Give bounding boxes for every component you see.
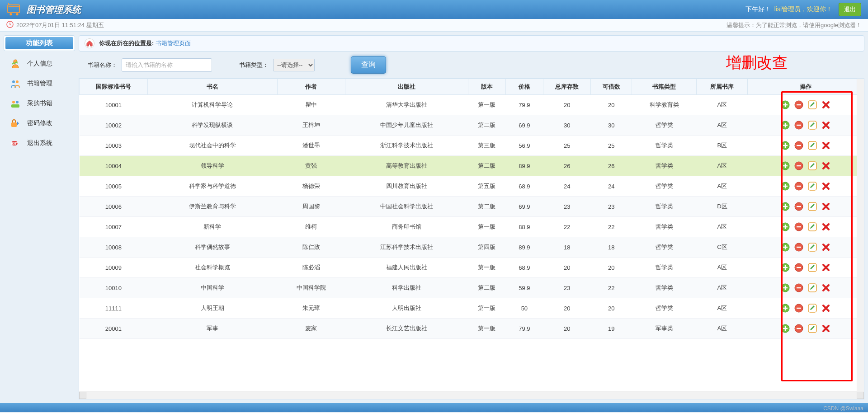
col-header: 书籍类型	[632, 79, 696, 95]
delete-icon[interactable]	[821, 161, 831, 171]
edit-icon[interactable]	[807, 161, 817, 171]
table-cell: 20001	[80, 319, 148, 339]
remove-icon[interactable]	[794, 181, 804, 191]
table-row[interactable]: 10006伊斯兰教育与科学周国黎中国社会科学出版社第二版69.92323哲学类D…	[80, 197, 864, 217]
table-cell: 30	[591, 115, 632, 136]
sidebar-icon-4: EXIT	[10, 138, 21, 149]
delete-icon[interactable]	[821, 120, 831, 130]
sidebar-item-0[interactable]: 个人信息	[4, 54, 75, 74]
table-row[interactable]: 10003现代社会中的科学潘世墨浙江科学技术出版社第三版56.92525哲学类B…	[80, 136, 864, 156]
add-icon[interactable]	[780, 141, 790, 150]
delete-icon[interactable]	[821, 222, 831, 232]
table-cell: 20	[543, 258, 591, 278]
delete-icon[interactable]	[821, 303, 831, 313]
breadcrumb-link[interactable]: 书籍管理页面	[156, 40, 191, 47]
table-cell: 商务印书馆	[345, 217, 468, 237]
table-cell: 68.9	[505, 176, 543, 197]
table-row[interactable]: 10009社会科学概览陈必滔福建人民出版社第一版68.92020哲学类A区	[80, 258, 864, 278]
add-icon[interactable]	[780, 202, 790, 211]
add-icon[interactable]	[780, 263, 790, 272]
col-header: 操作	[748, 79, 864, 95]
book-name-input[interactable]	[122, 58, 212, 72]
table-row[interactable]: 10005科学家与科学道德杨德荣四川教育出版社第五版68.92424哲学类A区	[80, 176, 864, 197]
table-row[interactable]: 20001军事麦家长江文艺出版社第一版79.92019军事类A区	[80, 319, 864, 339]
table-cell: C区	[697, 237, 748, 258]
remove-icon[interactable]	[794, 303, 804, 313]
delete-icon[interactable]	[821, 141, 831, 150]
add-icon[interactable]	[780, 283, 790, 293]
remove-icon[interactable]	[794, 120, 804, 130]
remove-icon[interactable]	[794, 324, 804, 333]
edit-icon[interactable]	[807, 263, 817, 272]
table-cell: 50	[505, 298, 543, 319]
table-cell: D区	[697, 197, 748, 217]
remove-icon[interactable]	[794, 161, 804, 171]
edit-icon[interactable]	[807, 181, 817, 191]
search-button[interactable]: 查询	[351, 56, 386, 74]
table-cell: 22	[591, 278, 632, 298]
edit-icon[interactable]	[807, 303, 817, 313]
table-cell: 89.9	[505, 237, 543, 258]
add-icon[interactable]	[780, 324, 790, 333]
edit-icon[interactable]	[807, 202, 817, 211]
remove-icon[interactable]	[794, 242, 804, 252]
delete-icon[interactable]	[821, 263, 831, 272]
vertical-scrollbar[interactable]	[857, 79, 864, 391]
add-icon[interactable]	[780, 161, 790, 171]
svg-point-2	[16, 13, 18, 15]
remove-icon[interactable]	[794, 202, 804, 211]
table-row[interactable]: 10004领导科学黄强高等教育出版社第二版89.92626哲学类A区	[80, 156, 864, 176]
table-cell: 20	[543, 95, 591, 115]
remove-icon[interactable]	[794, 263, 804, 272]
add-icon[interactable]	[780, 222, 790, 232]
remove-icon[interactable]	[794, 283, 804, 293]
delete-icon[interactable]	[821, 283, 831, 293]
table-cell: 第五版	[468, 176, 505, 197]
add-icon[interactable]	[780, 100, 790, 110]
sidebar-item-2[interactable]: 采购书籍	[4, 94, 75, 113]
table-cell: 56.9	[505, 136, 543, 156]
table-row[interactable]: 10002科学发现纵横谈王梓坤中国少年儿童出版社第二版69.93030哲学类A区	[80, 115, 864, 136]
edit-icon[interactable]	[807, 120, 817, 130]
sidebar-item-1[interactable]: 书籍管理	[4, 74, 75, 94]
table-row[interactable]: 10007新科学维柯商务印书馆第一版88.92222哲学类A区	[80, 217, 864, 237]
edit-icon[interactable]	[807, 324, 817, 333]
delete-icon[interactable]	[821, 100, 831, 110]
svg-point-6	[12, 101, 15, 103]
table-cell: 哲学类	[632, 298, 696, 319]
table-row[interactable]: 10008科学偶然故事陈仁政江苏科学技术出版社第四版89.91818哲学类C区	[80, 237, 864, 258]
op-cell	[748, 197, 864, 217]
edit-icon[interactable]	[807, 283, 817, 293]
table-row[interactable]: 10010中国科学中国科学院科学出版社第二版59.92322哲学类A区	[80, 278, 864, 298]
sidebar-item-3[interactable]: 密码修改	[4, 113, 75, 133]
book-type-select[interactable]: --请选择--	[273, 59, 315, 71]
delete-icon[interactable]	[821, 181, 831, 191]
add-icon[interactable]	[780, 120, 790, 130]
edit-icon[interactable]	[807, 242, 817, 252]
user-label: lisi管理员，欢迎你！	[774, 5, 832, 14]
add-icon[interactable]	[780, 181, 790, 191]
add-icon[interactable]	[780, 242, 790, 252]
edit-icon[interactable]	[807, 222, 817, 232]
edit-icon[interactable]	[807, 100, 817, 110]
edit-icon[interactable]	[807, 141, 817, 150]
table-cell: 第一版	[468, 258, 505, 278]
table-row[interactable]: 11111大明王朝朱元璋大明出版社第一版502020哲学类A区	[80, 298, 864, 319]
remove-icon[interactable]	[794, 141, 804, 150]
delete-icon[interactable]	[821, 202, 831, 211]
remove-icon[interactable]	[794, 222, 804, 232]
remove-icon[interactable]	[794, 100, 804, 110]
horizontal-scrollbar[interactable]	[79, 391, 864, 399]
delete-icon[interactable]	[821, 324, 831, 333]
table-row[interactable]: 10001计算机科学导论瞿中清华大学出版社第一版79.92020科学教育类A区	[80, 95, 864, 115]
home-icon[interactable]	[85, 38, 94, 48]
logout-button[interactable]: 退出	[839, 3, 861, 16]
table-cell: 24	[591, 176, 632, 197]
table-cell: 大明王朝	[147, 298, 277, 319]
delete-icon[interactable]	[821, 242, 831, 252]
sidebar-item-4[interactable]: EXIT退出系统	[4, 133, 75, 153]
svg-point-4	[12, 80, 15, 83]
table-cell: A区	[697, 319, 748, 339]
table-cell: 19	[591, 319, 632, 339]
add-icon[interactable]	[780, 303, 790, 313]
